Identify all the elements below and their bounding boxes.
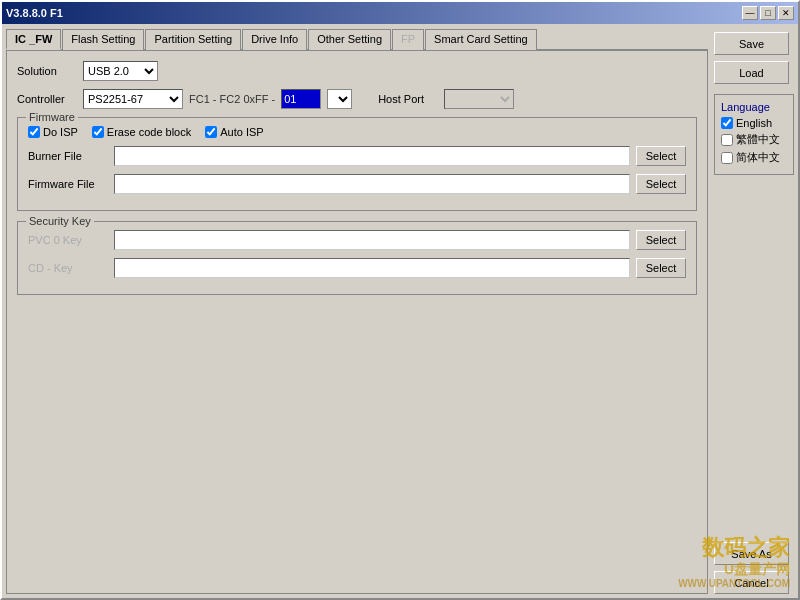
pvc-key-input[interactable] xyxy=(114,230,630,250)
erase-code-block-label: Erase code block xyxy=(107,126,191,138)
firmware-group: Firmware Do ISP Erase code block Auto xyxy=(17,117,697,211)
lang-simplified-label: 简体中文 xyxy=(736,150,780,165)
maximize-button[interactable]: □ xyxy=(760,6,776,20)
firmware-group-label: Firmware xyxy=(26,111,78,123)
auto-isp-item: Auto ISP xyxy=(205,126,263,138)
lang-english-checkbox[interactable] xyxy=(721,117,733,129)
tab-bar: IC _FW Flash Setting Partition Setting D… xyxy=(6,28,708,51)
burner-file-label: Burner File xyxy=(28,150,108,162)
solution-label: Solution xyxy=(17,65,77,77)
controller-select[interactable]: PS2251-67 xyxy=(83,89,183,109)
auto-isp-label: Auto ISP xyxy=(220,126,263,138)
window-title: V3.8.8.0 F1 xyxy=(6,7,63,19)
security-key-group: Security Key PVC 0 Key Select CD - Key S… xyxy=(17,221,697,295)
do-isp-label: Do ISP xyxy=(43,126,78,138)
firmware-select-button[interactable]: Select xyxy=(636,174,686,194)
host-port-label: Host Port xyxy=(378,93,438,105)
title-bar-buttons: — □ ✕ xyxy=(742,6,794,20)
cd-key-label: CD - Key xyxy=(28,262,108,274)
security-key-group-label: Security Key xyxy=(26,215,94,227)
firmware-file-row: Firmware File Select xyxy=(28,174,686,194)
erase-code-block-checkbox[interactable] xyxy=(92,126,104,138)
hex-dropdown[interactable] xyxy=(327,89,352,109)
lang-english-label: English xyxy=(736,117,772,129)
tab-fp: FP xyxy=(392,29,424,50)
title-bar: V3.8.8.0 F1 — □ ✕ xyxy=(2,2,798,24)
lang-simplified-checkbox[interactable] xyxy=(721,152,733,164)
controller-label: Controller xyxy=(17,93,77,105)
do-isp-item: Do ISP xyxy=(28,126,78,138)
right-panel: Save Load Language English 繁體中文 简体中文 Sav xyxy=(714,28,794,594)
host-port-select[interactable] xyxy=(444,89,514,109)
close-button[interactable]: ✕ xyxy=(778,6,794,20)
lang-traditional-item: 繁體中文 xyxy=(721,132,787,147)
pvc-key-label: PVC 0 Key xyxy=(28,234,108,246)
watermark-line1: 数码之家 xyxy=(678,535,790,561)
solution-select[interactable]: USB 2.0 xyxy=(83,61,158,81)
lang-traditional-label: 繁體中文 xyxy=(736,132,780,147)
watermark-line3: WWW.UPANTOOL.COM xyxy=(678,578,790,590)
lang-english-item: English xyxy=(721,117,787,129)
language-box: Language English 繁體中文 简体中文 xyxy=(714,94,794,175)
lang-traditional-checkbox[interactable] xyxy=(721,134,733,146)
tab-smart-card[interactable]: Smart Card Setting xyxy=(425,29,537,50)
save-button[interactable]: Save xyxy=(714,32,789,55)
controller-row: Controller PS2251-67 FC1 - FC2 0xFF - 01… xyxy=(17,89,697,109)
tab-other-setting[interactable]: Other Setting xyxy=(308,29,391,50)
hex-input[interactable]: 01 xyxy=(281,89,321,109)
firmware-file-label: Firmware File xyxy=(28,178,108,190)
tab-partition-setting[interactable]: Partition Setting xyxy=(145,29,241,50)
language-title: Language xyxy=(721,101,787,113)
erase-code-block-item: Erase code block xyxy=(92,126,191,138)
tab-flash-setting[interactable]: Flash Setting xyxy=(62,29,144,50)
auto-isp-checkbox[interactable] xyxy=(205,126,217,138)
main-panel: IC _FW Flash Setting Partition Setting D… xyxy=(6,28,708,594)
cd-key-input[interactable] xyxy=(114,258,630,278)
load-button[interactable]: Load xyxy=(714,61,789,84)
watermark: 数码之家 U盘量产网 WWW.UPANTOOL.COM xyxy=(678,535,790,590)
cd-key-row: CD - Key Select xyxy=(28,258,686,278)
tab-drive-info[interactable]: Drive Info xyxy=(242,29,307,50)
cd-select-button[interactable]: Select xyxy=(636,258,686,278)
tab-ic-fw[interactable]: IC _FW xyxy=(6,29,61,50)
watermark-line2: U盘量产网 xyxy=(678,561,790,578)
burner-select-button[interactable]: Select xyxy=(636,146,686,166)
main-window: V3.8.8.0 F1 — □ ✕ IC _FW Flash Setting P… xyxy=(0,0,800,600)
burner-file-row: Burner File Select xyxy=(28,146,686,166)
minimize-button[interactable]: — xyxy=(742,6,758,20)
pvc-key-row: PVC 0 Key Select xyxy=(28,230,686,250)
solution-row: Solution USB 2.0 xyxy=(17,61,697,81)
do-isp-checkbox[interactable] xyxy=(28,126,40,138)
fc-label: FC1 - FC2 0xFF - xyxy=(189,93,275,105)
lang-simplified-item: 简体中文 xyxy=(721,150,787,165)
firmware-file-input[interactable] xyxy=(114,174,630,194)
firmware-checkboxes: Do ISP Erase code block Auto ISP xyxy=(28,126,686,138)
pvc-select-button[interactable]: Select xyxy=(636,230,686,250)
burner-file-input[interactable] xyxy=(114,146,630,166)
content-area: Solution USB 2.0 Controller PS2251-67 FC… xyxy=(6,51,708,594)
window-body: IC _FW Flash Setting Partition Setting D… xyxy=(2,24,798,598)
